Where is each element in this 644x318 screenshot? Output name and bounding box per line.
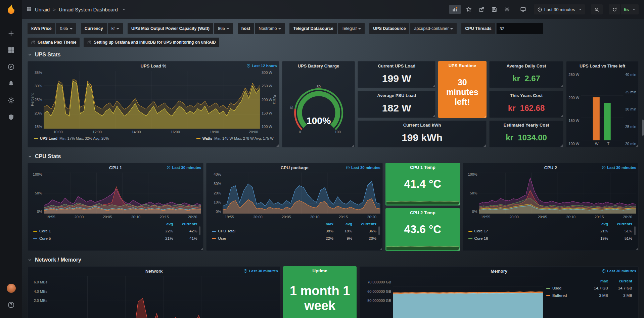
panel-title[interactable]: UPS Runtime bbox=[449, 63, 476, 68]
clock-icon bbox=[346, 166, 350, 170]
dashboards-icon[interactable] bbox=[4, 42, 18, 58]
panel-time-range[interactable]: Last 30 minutes bbox=[167, 163, 201, 172]
dashboard-title-caret-icon[interactable] bbox=[123, 9, 125, 10]
legend-row[interactable]: User 22%9%20% bbox=[212, 235, 376, 242]
panel-time-range[interactable]: Last 30 minutes bbox=[602, 163, 636, 172]
alerting-icon[interactable] bbox=[4, 75, 18, 92]
create-icon[interactable] bbox=[4, 25, 18, 42]
time-range-picker[interactable]: Last 30 minutes bbox=[534, 4, 585, 14]
panel-time-range[interactable]: Last 30 minutes bbox=[602, 267, 636, 275]
panel-header[interactable]: UPS Load % Last 12 hours bbox=[28, 61, 279, 70]
star-button[interactable] bbox=[464, 5, 473, 14]
variable-value-dropdown[interactable]: Telegraf bbox=[338, 23, 365, 34]
network-memory-row: Network Last 30 minutes 6.0 MBs4.0 MBs2.… bbox=[28, 266, 639, 318]
panel-title[interactable]: Average PSU Load bbox=[377, 93, 416, 98]
panel-title[interactable]: CPU 1 Temp bbox=[410, 165, 435, 170]
legend-col[interactable]: current▾ bbox=[608, 222, 632, 226]
legend-item[interactable]: UPS Load Min: 17% Max: 32% Avg: 20% bbox=[34, 136, 109, 140]
legend-item[interactable]: Watts Min: 148 W Max: 278 W Avg: 175 W bbox=[196, 136, 274, 140]
panel-title[interactable]: Current UPS Load bbox=[378, 63, 415, 69]
variable-value-dropdown[interactable]: kr bbox=[108, 23, 123, 34]
panel-title[interactable]: Network bbox=[145, 269, 163, 274]
panel-title[interactable]: CPU 2 Temp bbox=[410, 210, 435, 215]
page-scrollbar[interactable] bbox=[642, 120, 644, 136]
legend-col[interactable]: max bbox=[315, 222, 333, 226]
cpu-threads-input[interactable] bbox=[496, 23, 543, 34]
save-button[interactable] bbox=[490, 5, 499, 14]
legend-scrollbar[interactable] bbox=[634, 226, 636, 235]
panel-title[interactable]: UPS Load vs Time left bbox=[580, 63, 625, 69]
legend-row[interactable]: Core 16 19%51% bbox=[468, 235, 632, 242]
dashboard-link[interactable]: Setting up Grafana and InfluxDB for UPS … bbox=[84, 38, 219, 47]
x-axis-ticks: 19:5520:0020:0520:1020:1520:20 bbox=[46, 214, 197, 219]
refresh-interval-picker[interactable]: 5s bbox=[620, 4, 639, 14]
legend-col[interactable]: current bbox=[608, 279, 632, 283]
panel-title[interactable]: UPS Load % bbox=[141, 63, 167, 69]
legend-col[interactable]: avg bbox=[152, 222, 173, 226]
breadcrumb-root[interactable]: Unraid bbox=[35, 7, 50, 12]
panel-time-range[interactable]: Last 12 hours bbox=[246, 61, 277, 70]
dashboard-title[interactable]: Unraid System Dashboard bbox=[59, 7, 118, 12]
cycle-view-monitor-icon[interactable] bbox=[518, 5, 528, 14]
share-button[interactable] bbox=[477, 5, 486, 14]
legend-row[interactable]: Core 17 21%51% bbox=[468, 227, 632, 235]
section-header-cpu-stats[interactable]: CPU Stats bbox=[28, 150, 639, 163]
section-header-ups-stats[interactable]: UPS Stats bbox=[28, 48, 639, 61]
user-avatar[interactable] bbox=[4, 280, 18, 297]
variable-value-dropdown[interactable]: 865 bbox=[214, 23, 233, 34]
series-swatch bbox=[468, 231, 472, 232]
chevron-down-icon bbox=[28, 258, 32, 262]
server-admin-shield-icon[interactable] bbox=[4, 109, 18, 126]
panel-title[interactable]: Average Daily Cost bbox=[507, 63, 546, 69]
variable-value-dropdown[interactable]: apcupsd-container bbox=[410, 23, 457, 34]
panel-title[interactable]: Uptime bbox=[313, 268, 327, 273]
legend-scrollbar[interactable] bbox=[199, 226, 200, 235]
legend-row[interactable]: CPU Total 38%18%36% bbox=[212, 227, 376, 235]
network-chart-canvas[interactable] bbox=[49, 276, 278, 318]
panel-title[interactable]: UPS Battery Charge bbox=[298, 63, 339, 69]
legend-col[interactable]: current▾ bbox=[352, 222, 376, 226]
legend-table: maxavgcurrent▾ CPU Total 38%18%36% bbox=[209, 219, 380, 242]
cpu-package-chart-canvas[interactable] bbox=[223, 173, 380, 214]
panel-title[interactable]: CPU 2 bbox=[544, 165, 557, 170]
panel-header[interactable]: UPS Battery Charge bbox=[282, 61, 355, 70]
panel-title[interactable]: Current Load kWh bbox=[403, 123, 441, 128]
help-icon[interactable] bbox=[4, 297, 18, 313]
panel-time-range[interactable]: Last 30 minutes bbox=[243, 267, 278, 275]
legend-col[interactable]: current▾ bbox=[173, 222, 197, 226]
panel-time-range[interactable]: Last 30 minutes bbox=[346, 163, 380, 172]
legend-scrollbar[interactable] bbox=[378, 226, 380, 235]
panel-title[interactable]: Estimated Yearly Cost bbox=[503, 123, 549, 128]
panel-title[interactable]: CPU 1 bbox=[109, 165, 122, 170]
section-header-network-memory[interactable]: Network / Memory bbox=[28, 254, 639, 266]
legend-row[interactable]: Used 14.7 GB14.7 GB bbox=[546, 284, 632, 292]
legend-col[interactable]: avg bbox=[587, 222, 608, 226]
panel-title[interactable]: This Years Cost bbox=[510, 93, 543, 98]
axis-tick: 19:55 bbox=[225, 215, 234, 219]
grafana-logo-icon[interactable] bbox=[5, 3, 17, 17]
dashboard-settings-gear-icon[interactable] bbox=[502, 5, 512, 14]
ups-load-chart-canvas[interactable] bbox=[44, 71, 260, 129]
configuration-gear-icon[interactable] bbox=[4, 92, 18, 109]
legend-row[interactable]: Core 5 21%41% bbox=[33, 235, 197, 242]
cpu-1-chart-canvas[interactable] bbox=[44, 173, 201, 214]
axis-tick: 20:20 bbox=[188, 215, 197, 219]
clock-icon bbox=[167, 166, 171, 170]
variable-value-dropdown[interactable]: 0.65 bbox=[56, 23, 76, 34]
legend-col[interactable]: avg bbox=[333, 222, 352, 226]
variable-value-dropdown[interactable]: Nostromo bbox=[255, 23, 285, 34]
memory-chart-canvas[interactable] bbox=[393, 276, 543, 318]
refresh-button[interactable] bbox=[609, 4, 620, 14]
zoom-out-button[interactable] bbox=[591, 4, 603, 14]
panel-title[interactable]: CPU package bbox=[281, 165, 309, 170]
legend-col[interactable]: max bbox=[587, 279, 608, 283]
panel-estimated-yearly-cost: Estimated Yearly Cost kr 1034.00 bbox=[489, 121, 564, 147]
ups-bar-chart-canvas[interactable] bbox=[581, 73, 624, 140]
explore-icon[interactable] bbox=[4, 58, 18, 75]
panel-title[interactable]: Memory bbox=[491, 269, 507, 274]
legend-row[interactable]: Buffered 3 MB3 MB bbox=[546, 292, 632, 299]
cpu-2-chart-canvas[interactable] bbox=[479, 173, 636, 214]
dashboard-link[interactable]: Grafana Plex Theme bbox=[28, 38, 80, 47]
legend-row[interactable]: Core 1 22%42% bbox=[33, 227, 197, 235]
add-panel-button[interactable] bbox=[449, 5, 461, 14]
